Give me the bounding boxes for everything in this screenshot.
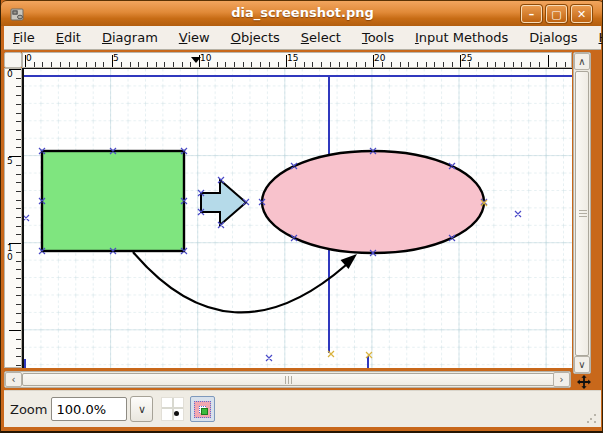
zoom-dropdown-button[interactable]: ∨ <box>130 396 153 422</box>
titlebar[interactable]: dia_screenshot.png – ▢ ✕ <box>1 0 603 26</box>
horizontal-scrollbar-thumb[interactable] <box>22 373 555 386</box>
scroll-down-button[interactable]: ∨ <box>574 356 590 373</box>
snap-to-grid-toggle[interactable] <box>161 397 184 421</box>
menu-dialogs[interactable]: Dialogs <box>529 30 577 45</box>
dia-window: dia_screenshot.png – ▢ ✕ FileEditDiagram… <box>0 0 603 433</box>
green-rectangle-shape[interactable] <box>42 151 184 251</box>
scroll-right-button[interactable]: › <box>553 372 570 387</box>
menu-help[interactable]: Help <box>598 30 603 45</box>
vruler-label: 0 <box>7 70 13 79</box>
pan-canvas-button[interactable] <box>575 374 593 390</box>
menu-file[interactable]: File <box>13 30 35 45</box>
scroll-up-button[interactable]: ∧ <box>574 53 590 70</box>
menu-tools[interactable]: Tools <box>362 30 394 45</box>
scroll-up-icon: ∧ <box>578 57 585 67</box>
zoom-input[interactable] <box>51 397 127 421</box>
menu-objects[interactable]: Objects <box>231 30 280 45</box>
pink-ellipse-shape[interactable] <box>262 151 484 253</box>
ruler-corner-box <box>4 52 22 68</box>
menubar: FileEditDiagramViewObjectsSelectToolsInp… <box>4 26 601 50</box>
vruler-label: 1 0 <box>7 244 13 262</box>
vertical-ruler: 051 0 <box>4 68 22 368</box>
maximize-button[interactable]: ▢ <box>546 5 567 23</box>
hruler-label: 5 <box>113 53 119 63</box>
snap-to-objects-toggle[interactable] <box>190 396 215 422</box>
close-icon: ✕ <box>577 9 586 20</box>
menu-view[interactable]: View <box>179 30 210 45</box>
menu-edit[interactable]: Edit <box>56 30 81 45</box>
scroll-left-icon: ‹ <box>12 375 16 385</box>
scroll-down-icon: ∨ <box>578 360 585 370</box>
chevron-down-icon: ∨ <box>138 403 146 416</box>
hruler-label: 0 <box>26 53 32 63</box>
scroll-right-icon: › <box>560 375 564 385</box>
horizontal-scrollbar[interactable]: ‹ › <box>4 371 571 388</box>
diagram-canvas[interactable] <box>22 68 572 368</box>
hruler-label: 20 <box>374 53 385 63</box>
menu-diagram[interactable]: Diagram <box>102 30 158 45</box>
zoom-label: Zoom <box>10 402 47 417</box>
menu-select[interactable]: Select <box>301 30 341 45</box>
minimize-icon: – <box>529 9 535 20</box>
vertical-scrollbar[interactable]: ∧ ∨ <box>573 52 591 374</box>
thumb-grip <box>579 210 587 218</box>
horizontal-ruler: 0510152025 <box>22 52 572 68</box>
maximize-icon: ▢ <box>551 9 561 20</box>
window-title: dia_screenshot.png <box>1 5 603 20</box>
close-button[interactable]: ✕ <box>571 5 592 23</box>
statusbar: Zoom ∨ <box>4 390 601 427</box>
window-resize-grip[interactable] <box>585 412 598 425</box>
thumb-grip <box>285 376 293 384</box>
minimize-button[interactable]: – <box>521 5 542 23</box>
menu-input-methods[interactable]: Input Methods <box>415 30 508 45</box>
scroll-left-button[interactable]: ‹ <box>5 372 22 387</box>
object-snap-icon <box>194 401 211 418</box>
vruler-label: 5 <box>7 157 13 166</box>
move-icon <box>577 375 591 389</box>
hruler-label: 25 <box>461 53 472 63</box>
hruler-label: 10 <box>200 53 211 63</box>
grid-icon <box>172 398 174 420</box>
vertical-scrollbar-thumb[interactable] <box>575 71 589 356</box>
hruler-label: 15 <box>287 53 298 63</box>
